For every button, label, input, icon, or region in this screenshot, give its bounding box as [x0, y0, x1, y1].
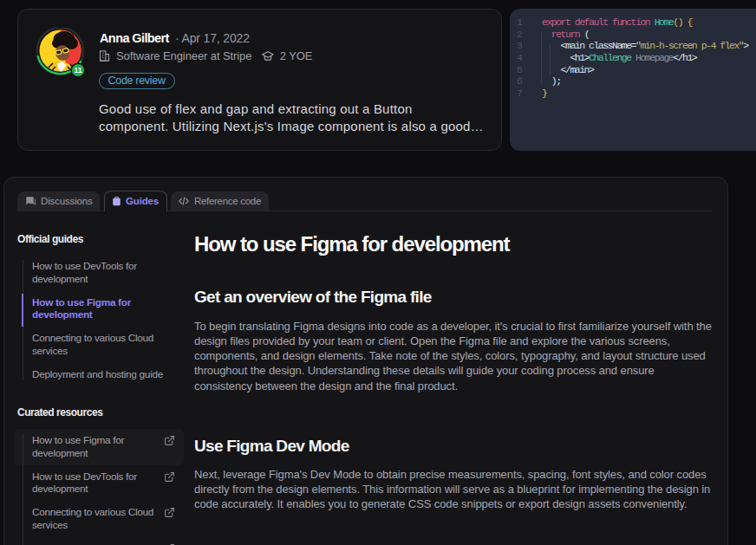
svg-text:11: 11 — [75, 66, 82, 75]
